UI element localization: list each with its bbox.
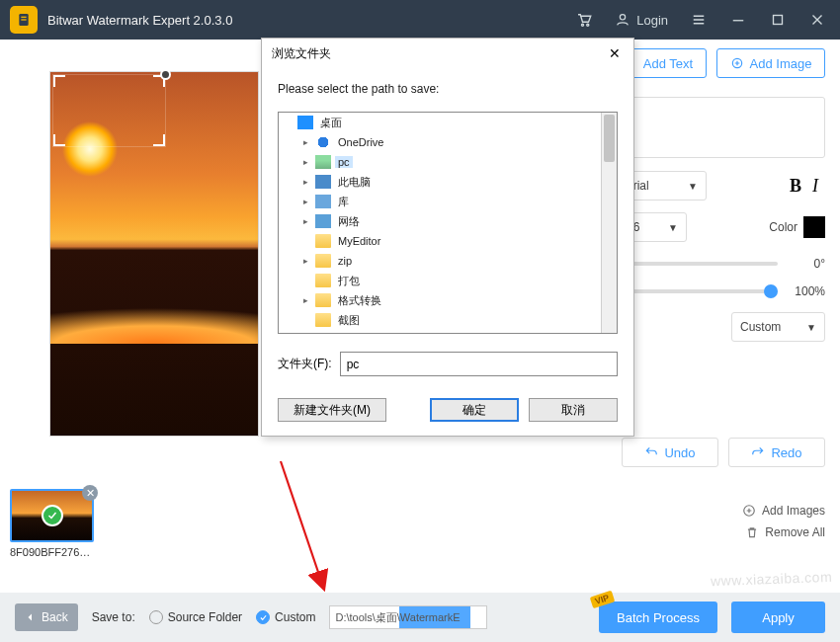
tree-node[interactable]: ▸库: [279, 192, 601, 211]
browse-folder-dialog: 浏览文件夹 ✕ Please select the path to save: …: [261, 38, 634, 437]
cancel-button[interactable]: 取消: [529, 398, 618, 422]
folder-icon: [315, 234, 331, 248]
tree-node-label: OneDrive: [335, 136, 386, 148]
tree-node[interactable]: ▸网络: [279, 211, 601, 231]
cloud-icon: [315, 135, 331, 149]
folder-tree[interactable]: 桌面▸OneDrive▸pc▸此电脑▸库▸网络MyEditor▸zip打包▸格式…: [278, 112, 618, 334]
tree-node[interactable]: 截图: [279, 310, 601, 330]
user-icon: [315, 155, 331, 169]
folder-field-label: 文件夹(F):: [278, 356, 332, 372]
tree-node-label: zip: [335, 255, 355, 267]
lib-icon: [315, 195, 331, 208]
desk-icon: [297, 116, 313, 129]
dialog-overlay: 浏览文件夹 ✕ Please select the path to save: …: [0, 0, 840, 642]
dialog-title: 浏览文件夹: [272, 45, 331, 62]
tree-node[interactable]: ▸格式转换: [279, 290, 601, 310]
net-icon: [315, 214, 331, 228]
new-folder-button[interactable]: 新建文件夹(M): [278, 398, 386, 422]
tree-node[interactable]: 桌面: [279, 113, 601, 132]
ok-button[interactable]: 确定: [430, 398, 519, 422]
tree-scrollbar[interactable]: [601, 113, 617, 333]
tree-node[interactable]: MyEditor: [279, 231, 601, 251]
folder-name-input[interactable]: [340, 352, 618, 376]
folder-icon: [315, 274, 331, 287]
folder-icon: [315, 313, 331, 327]
tree-node-label: 网络: [335, 214, 363, 229]
dialog-close-icon[interactable]: ✕: [606, 44, 624, 62]
tree-node-label: pc: [335, 156, 353, 168]
tree-node-label: 库: [335, 195, 352, 209]
tree-node-label: 此电脑: [335, 175, 374, 190]
tree-node[interactable]: ▸zip: [279, 251, 601, 271]
tree-node-label: 桌面: [317, 116, 345, 130]
tree-node[interactable]: ▸pc: [279, 152, 601, 172]
dialog-message: Please select the path to save:: [278, 82, 618, 96]
tree-node[interactable]: ▸OneDrive: [279, 132, 601, 152]
tree-node-label: 截图: [335, 313, 363, 328]
tree-node[interactable]: 打包: [279, 271, 601, 290]
tree-node-label: 格式转换: [335, 293, 384, 308]
tree-node-label: 打包: [335, 274, 363, 288]
tree-node[interactable]: ▸此电脑: [279, 172, 601, 192]
pc-icon: [315, 175, 331, 189]
folder-icon: [315, 254, 331, 268]
tree-node-label: MyEditor: [335, 235, 383, 247]
folder-icon: [315, 293, 331, 307]
